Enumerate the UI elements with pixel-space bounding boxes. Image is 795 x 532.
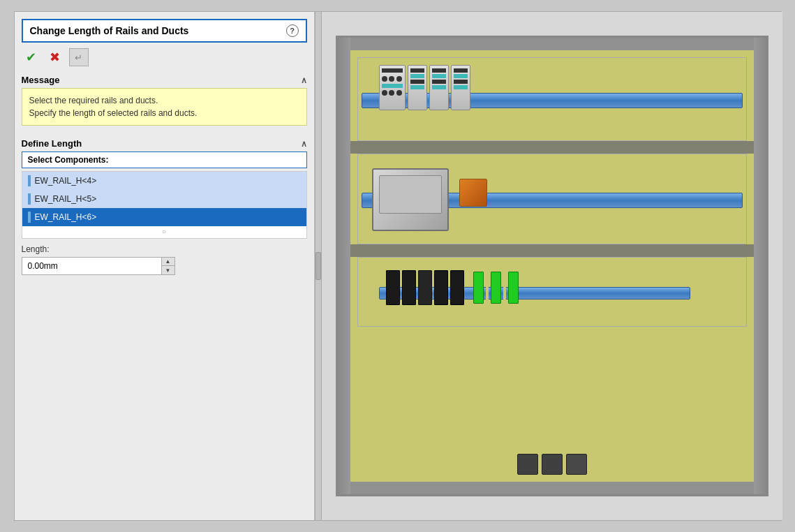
message-section-label: Message — [22, 75, 60, 85]
enclosure-left-bar — [338, 38, 350, 494]
message-line1: Select the required rails and ducts. — [29, 96, 158, 105]
rail-section-1 — [357, 57, 747, 141]
h-divider-2 — [350, 244, 754, 257]
spin-up-button[interactable]: ▲ — [162, 258, 174, 266]
left-panel: Change Length of Rails and Ducts ? ✔ ✖ ↵… — [15, 12, 315, 520]
define-length-chevron: ∧ — [301, 139, 307, 149]
define-length-label: Define Length — [22, 138, 82, 149]
right-panel — [322, 12, 782, 520]
inner-background — [350, 50, 754, 482]
breaker-group-1 — [379, 65, 470, 110]
breaker-3 — [429, 65, 449, 110]
panel-title: Change Length of Rails and Ducts — [30, 25, 189, 36]
breaker-1 — [379, 65, 406, 110]
rail-section-2 — [357, 154, 747, 244]
list-item-bar — [28, 212, 31, 223]
list-item[interactable]: EW_RAIL_H<5> — [22, 190, 306, 208]
small-block-2 — [542, 454, 563, 475]
length-input-container: ▲ ▼ — [22, 257, 175, 275]
confirm-button[interactable]: ✔ — [22, 48, 41, 66]
list-item-label: EW_RAIL_H<6> — [35, 212, 97, 222]
list-item-selected[interactable]: EW_RAIL_H<6> — [22, 208, 306, 226]
list-item[interactable]: EW_RAIL_H<4> — [22, 172, 306, 190]
breaker-4 — [451, 65, 470, 110]
message-chevron: ∧ — [301, 75, 307, 85]
list-item-bar — [28, 193, 31, 205]
back-button[interactable]: ↵ — [69, 48, 89, 66]
spin-buttons: ▲ ▼ — [162, 257, 175, 275]
list-item-bar — [28, 175, 31, 186]
help-icon[interactable]: ? — [286, 24, 299, 37]
h-divider-1 — [350, 141, 754, 154]
3d-viewport — [336, 36, 768, 496]
breaker-2 — [408, 65, 427, 110]
list-item-label: EW_RAIL_H<5> — [35, 194, 97, 204]
message-line2: Specify the length of selected rails and… — [29, 108, 198, 118]
rail-section-3 — [357, 257, 747, 327]
enclosure-bottom-bar — [350, 482, 754, 494]
components-list: EW_RAIL_H<4> EW_RAIL_H<5> EW_RAIL_H<6> ○ — [22, 171, 307, 239]
length-label: Length: — [22, 244, 307, 254]
toolbar: ✔ ✖ ↵ — [22, 48, 307, 66]
length-input[interactable] — [22, 257, 162, 275]
cancel-button[interactable]: ✖ — [45, 48, 65, 66]
small-block-1 — [517, 454, 538, 475]
list-item-label: EW_RAIL_H<4> — [35, 176, 97, 186]
define-length-section: Define Length ∧ Select Components: EW_RA… — [22, 138, 307, 275]
spin-down-button[interactable]: ▼ — [162, 266, 174, 274]
message-box: Select the required rails and ducts. Spe… — [22, 88, 307, 126]
define-length-header[interactable]: Define Length ∧ — [22, 138, 307, 149]
message-section-header[interactable]: Message ∧ — [22, 75, 307, 85]
small-block-3 — [566, 454, 587, 475]
select-components-label: Select Components: — [22, 152, 307, 168]
bottom-components — [517, 454, 587, 475]
terminal-group-green — [473, 272, 519, 304]
message-section: Message ∧ Select the required rails and … — [22, 75, 307, 135]
enclosure-top-bar — [350, 38, 754, 50]
scroll-indicator: ○ — [22, 226, 306, 238]
enclosure-right-bar — [754, 38, 766, 494]
terminal-group-dark — [386, 270, 464, 305]
divider-handle[interactable] — [315, 252, 321, 280]
orange-device — [459, 179, 487, 207]
panel-divider — [315, 12, 322, 520]
panel-title-box: Change Length of Rails and Ducts ? — [22, 19, 307, 43]
large-device — [372, 168, 449, 231]
